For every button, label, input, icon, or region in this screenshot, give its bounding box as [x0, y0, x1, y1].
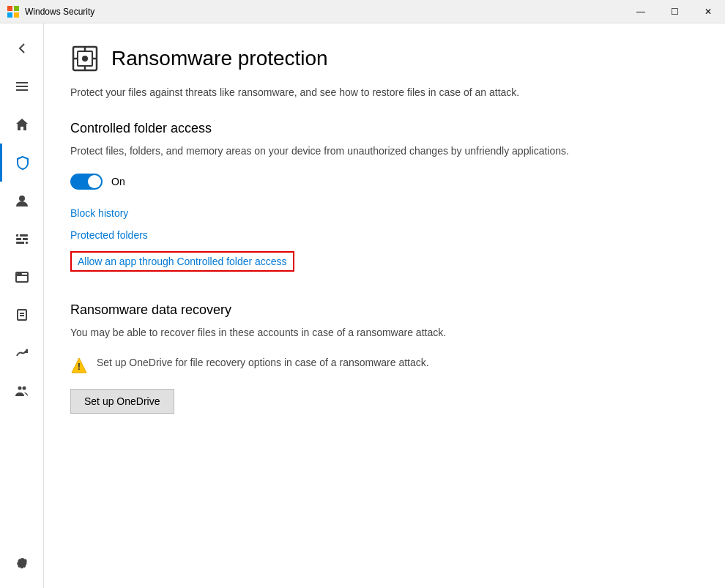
- svg-text:!: !: [78, 361, 81, 372]
- svg-rect-11: [18, 234, 20, 237]
- svg-rect-3: [14, 12, 19, 18]
- svg-rect-5: [16, 86, 28, 87]
- svg-point-7: [19, 196, 25, 201]
- app-icon: [7, 6, 19, 18]
- page-title: Ransomware protection: [111, 47, 328, 70]
- sidebar-item-family[interactable]: [0, 372, 44, 410]
- page-header: Ransomware protection: [70, 44, 699, 73]
- svg-rect-13: [24, 241, 26, 245]
- sidebar-bottom: [0, 544, 44, 582]
- allow-app-link[interactable]: Allow an app through Controlled folder a…: [70, 251, 294, 272]
- toggle-label: On: [111, 176, 125, 187]
- sidebar: [0, 23, 44, 588]
- recovery-section-title: Ransomware data recovery: [70, 302, 699, 318]
- app-container: Ransomware protection Protect your files…: [0, 23, 725, 588]
- sidebar-item-device-security[interactable]: [0, 296, 44, 334]
- svg-point-25: [82, 56, 88, 62]
- svg-rect-6: [16, 89, 28, 91]
- controlled-folder-toggle[interactable]: [70, 174, 103, 190]
- sidebar-item-shield[interactable]: [0, 144, 44, 182]
- svg-rect-2: [7, 12, 12, 18]
- warning-icon: !: [70, 357, 88, 374]
- svg-rect-4: [16, 82, 28, 83]
- svg-point-21: [18, 387, 21, 390]
- sidebar-item-firewall[interactable]: [0, 220, 44, 258]
- sidebar-item-device-performance[interactable]: [0, 334, 44, 372]
- svg-point-16: [18, 273, 19, 275]
- setup-onedrive-button[interactable]: Set up OneDrive: [70, 389, 174, 414]
- title-bar-title: Windows Security: [25, 7, 94, 17]
- controlled-folder-desc: Protect files, folders, and memory areas…: [70, 144, 699, 159]
- sidebar-item-menu[interactable]: [0, 67, 44, 105]
- svg-rect-10: [16, 242, 28, 244]
- maximize-button[interactable]: ☐: [658, 0, 691, 23]
- page-subtitle: Protect your files against threats like …: [70, 85, 699, 100]
- title-bar-left: Windows Security: [7, 6, 94, 18]
- svg-rect-8: [16, 234, 28, 237]
- warning-row: ! Set up OneDrive for file recovery opti…: [70, 355, 699, 374]
- title-bar-controls: — ☐ ✕: [624, 0, 725, 23]
- sidebar-item-home[interactable]: [0, 105, 44, 144]
- ransomware-icon: [70, 44, 100, 73]
- close-button[interactable]: ✕: [691, 0, 725, 23]
- recovery-desc: You may be able to recover files in thes…: [70, 325, 699, 340]
- warning-text: Set up OneDrive for file recovery option…: [97, 355, 429, 371]
- block-history-link[interactable]: Block history: [70, 207, 699, 219]
- protected-folders-link[interactable]: Protected folders: [70, 229, 699, 241]
- svg-rect-1: [14, 6, 19, 11]
- sidebar-item-settings[interactable]: [0, 544, 44, 582]
- svg-point-17: [20, 273, 21, 275]
- main-content: Ransomware protection Protect your files…: [44, 23, 725, 588]
- recovery-section: Ransomware data recovery You may be able…: [70, 302, 699, 414]
- title-bar: Windows Security — ☐ ✕: [0, 0, 725, 23]
- controlled-folder-section-title: Controlled folder access: [70, 121, 699, 136]
- svg-rect-12: [21, 237, 23, 241]
- minimize-button[interactable]: —: [624, 0, 658, 23]
- svg-point-22: [22, 387, 26, 390]
- svg-rect-0: [7, 6, 12, 11]
- sidebar-item-account[interactable]: [0, 182, 44, 220]
- sidebar-item-app-browser[interactable]: [0, 258, 44, 296]
- sidebar-item-back[interactable]: [0, 29, 44, 67]
- toggle-row: On: [70, 174, 699, 190]
